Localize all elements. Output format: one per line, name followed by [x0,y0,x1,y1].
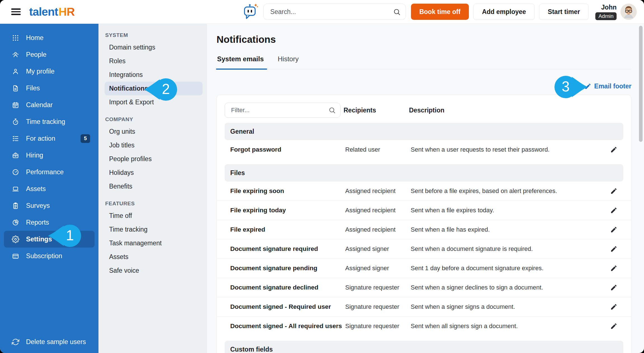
sidebar-item-label: Hiring [26,152,43,159]
gear-icon [12,236,19,243]
app-logo[interactable]: talent HR [29,5,75,18]
notification-description: Sent when a document signature is requir… [411,245,608,253]
user-menu[interactable]: John Admin [595,4,637,20]
sidebar-item-performance[interactable]: Performance [0,164,98,180]
sidebar-item-people[interactable]: People [0,46,98,63]
callout-step-3: 3 [553,75,588,99]
subsidebar-item-time-tracking[interactable]: Time tracking [105,223,203,236]
subsidebar-item-holidays[interactable]: Holidays [105,166,203,180]
sidebar-item-delete-sample-users[interactable]: Delete sample users [0,333,98,350]
table-row-file-expiring-soon: File expiring soonAssigned recipientSent… [217,182,631,201]
sidebar-item-label: For action [26,135,55,142]
search-input[interactable] [270,8,393,16]
edit-notification-button[interactable] [608,224,619,235]
subsidebar-item-benefits[interactable]: Benefits [105,180,203,193]
settings-section-title: SYSTEM [105,32,203,38]
edit-notification-button[interactable] [608,301,619,312]
callout-number: 2 [162,81,170,97]
global-search [263,4,406,20]
settings-sidebar: SYSTEMDomain settingsRolesIntegrationsNo… [98,24,207,353]
sidebar-item-time-tracking[interactable]: Time tracking [0,113,98,130]
edit-notification-button[interactable] [608,144,619,155]
pencil-icon [610,187,617,195]
settings-section-company: COMPANYOrg unitsJob titlesPeople profile… [105,116,203,193]
hamburger-menu-icon[interactable] [11,8,21,15]
stopwatch-icon [12,118,19,126]
sidebar-item-for-action[interactable]: For action5 [0,130,98,147]
book-time-off-button[interactable]: Book time off [411,4,469,20]
notification-recipient: Related user [345,146,411,153]
logo-part-hr: HR [58,5,74,18]
file-icon [12,84,19,92]
laptop-icon [12,185,19,193]
table-row-document-signed-all-required-users: Document signed - All required usersSign… [217,316,631,336]
notification-description: Sent when a signer signs a document. [411,303,608,310]
sidebar-item-subscription[interactable]: Subscription [0,248,98,264]
email-footer-link[interactable]: Email footer [584,83,631,90]
for-action-count-badge: 5 [81,134,90,143]
sidebar-item-home[interactable]: Home [0,29,98,46]
avatar[interactable] [621,4,637,20]
search-icon [328,107,336,114]
notification-recipient: Assigned recipient [345,207,411,214]
subsidebar-item-org-units[interactable]: Org units [105,125,203,138]
pencil-icon [610,245,617,253]
pie-icon [12,219,19,226]
notification-recipient: Signature requester [345,323,411,330]
add-employee-button[interactable]: Add employee [473,4,535,20]
sidebar-item-files[interactable]: Files [0,80,98,97]
user-icon [12,68,19,75]
notification-recipient: Signature requester [345,303,411,310]
notification-name: Document signed - All required users [230,323,345,330]
grid-icon [12,34,19,42]
sidebar-item-label: Assets [26,185,46,193]
pencil-icon [610,303,617,310]
pencil-icon [610,207,617,214]
sidebar-item-hiring[interactable]: Hiring [0,147,98,164]
checklist-icon [12,135,19,142]
vertical-scrollbar[interactable] [639,26,643,142]
edit-notification-button[interactable] [608,321,619,332]
card-icon [12,252,19,260]
chatbot-icon[interactable] [241,3,258,20]
edit-notification-button[interactable] [608,185,619,197]
tab-system-emails[interactable]: System emails [217,55,264,69]
user-role-badge: Admin [595,12,617,20]
main-sidebar: HomePeopleMy profileFilesCalendarTime tr… [0,24,98,353]
notification-name: File expiring today [230,207,345,214]
subsidebar-item-job-titles[interactable]: Job titles [105,138,203,152]
notification-description: Sent before a file expires, based on ale… [411,187,608,195]
notification-recipient: Assigned signer [345,245,411,253]
notification-recipient: Signature requester [345,284,411,291]
sidebar-item-assets[interactable]: Assets [0,180,98,197]
subsidebar-item-roles[interactable]: Roles [105,54,203,68]
sidebar-item-calendar[interactable]: Calendar [0,97,98,113]
users-icon [12,51,19,58]
edit-notification-button[interactable] [608,263,619,274]
table-section-files: Files [225,164,623,182]
edit-notification-button[interactable] [608,243,619,255]
sidebar-item-my-profile[interactable]: My profile [0,63,98,80]
page-title: Notifications [217,34,631,45]
notification-name: Forgot password [230,146,345,153]
edit-notification-button[interactable] [608,205,619,216]
sidebar-item-label: Performance [26,168,64,176]
subsidebar-item-assets[interactable]: Assets [105,250,203,264]
sidebar-item-label: People [26,51,46,58]
sidebar-item-surveys[interactable]: Surveys [0,197,98,214]
subsidebar-item-task-management[interactable]: Task management [105,236,203,250]
edit-notification-button[interactable] [608,282,619,293]
top-bar: talent HR Book time off [0,0,644,24]
filter-input[interactable] [231,106,328,114]
tab-history[interactable]: History [277,55,299,69]
notification-name: Document signature pending [230,265,345,272]
subsidebar-item-people-profiles[interactable]: People profiles [105,152,203,166]
subsidebar-item-time-off[interactable]: Time off [105,209,203,223]
user-name: John [601,4,617,11]
subsidebar-item-domain-settings[interactable]: Domain settings [105,41,203,54]
notification-name: Document signature required [230,245,345,253]
logo-part-talent: talent [29,5,58,18]
notification-name: File expiring soon [230,187,345,195]
subsidebar-item-safe-voice[interactable]: Safe voice [105,264,203,277]
start-timer-button[interactable]: Start timer [539,4,589,20]
